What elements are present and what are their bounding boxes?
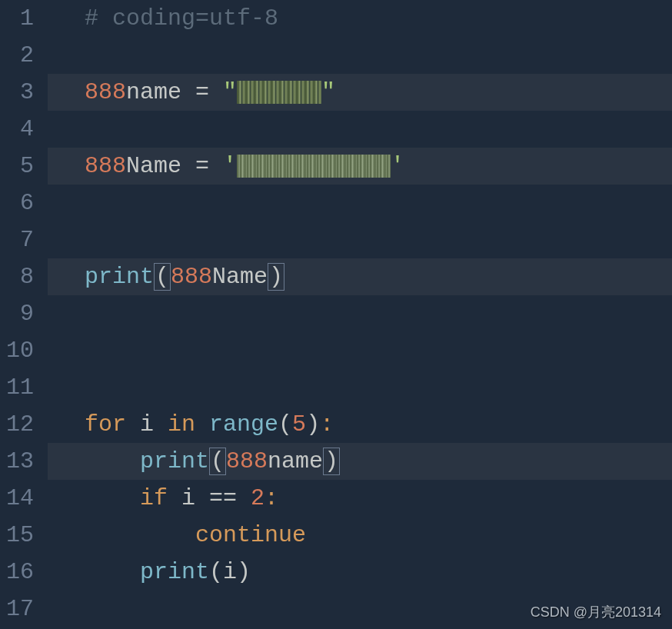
line-number: 12 (6, 406, 34, 443)
string-quote: " (321, 79, 335, 105)
line-number: 5 (6, 148, 34, 185)
builtin-function: print (140, 559, 209, 585)
paren: ( (278, 411, 292, 438)
keyword: if (140, 485, 168, 511)
code-editor[interactable]: 1 2 3 4 5 6 7 8 9 10 11 12 13 14 15 16 1… (0, 0, 672, 629)
code-line[interactable]: print(i) (48, 554, 672, 591)
code-line[interactable]: print(888name) (48, 443, 672, 480)
code-line[interactable] (48, 295, 672, 332)
line-number: 1 (6, 0, 34, 37)
indent (85, 485, 140, 511)
code-line[interactable] (48, 332, 672, 369)
paren: ( (209, 559, 223, 585)
code-line[interactable]: # coding=utf-8 (48, 0, 672, 37)
builtin-function: range (195, 411, 278, 438)
number-literal: 888 (85, 153, 126, 179)
operator: = (181, 79, 223, 105)
indent (85, 448, 140, 474)
identifier: i (223, 559, 237, 585)
identifier: Name (212, 264, 268, 290)
line-number: 6 (6, 185, 34, 221)
identifier: name (126, 79, 181, 105)
censored-text-icon (237, 155, 391, 178)
indent (85, 522, 195, 548)
string-quote: ' (223, 153, 237, 179)
code-line[interactable]: continue (48, 517, 672, 554)
colon: : (264, 485, 278, 511)
string-quote: " (223, 79, 237, 105)
code-line[interactable]: for i in range(5): (48, 406, 672, 443)
indent (85, 559, 140, 585)
number-literal: 888 (226, 448, 268, 474)
keyword: for (85, 411, 126, 438)
identifier: Name (126, 153, 181, 179)
identifier: name (268, 448, 323, 474)
builtin-function: print (140, 448, 209, 474)
watermark: CSDN @月亮201314 (531, 603, 661, 621)
matched-bracket: ( (209, 448, 226, 475)
code-line[interactable]: print(888Name) (48, 258, 672, 295)
line-number: 10 (6, 332, 34, 369)
number-literal: 5 (292, 411, 306, 438)
keyword: continue (195, 522, 306, 548)
number-literal: 888 (85, 79, 126, 105)
number-literal: 2 (251, 485, 264, 511)
code-line[interactable] (48, 221, 672, 258)
code-area[interactable]: # coding=utf-8 888name = "" 888Name = ''… (48, 0, 672, 629)
matched-bracket: ) (268, 263, 284, 291)
identifier: i (126, 411, 168, 438)
line-number: 13 (6, 443, 34, 480)
code-line[interactable]: 888Name = '' (48, 148, 672, 185)
number-literal: 888 (171, 264, 212, 290)
keyword: in (168, 411, 195, 438)
code-line[interactable]: if i == 2: (48, 480, 672, 517)
line-number: 9 (6, 295, 34, 332)
line-number: 2 (6, 37, 34, 74)
paren: ) (237, 559, 251, 585)
colon: : (320, 411, 334, 438)
code-line[interactable] (48, 369, 672, 406)
code-line[interactable]: 888name = "" (48, 74, 672, 111)
line-number: 7 (6, 221, 34, 258)
matched-bracket: ) (323, 448, 340, 475)
code-line[interactable] (48, 37, 672, 74)
operator: = (181, 153, 223, 179)
expression: i == (168, 485, 251, 511)
line-number: 17 (6, 591, 34, 627)
code-line[interactable] (48, 185, 672, 221)
line-number: 16 (6, 554, 34, 591)
line-number: 14 (6, 480, 34, 517)
line-number: 8 (6, 258, 34, 295)
censored-text-icon (237, 81, 321, 104)
line-number: 4 (6, 111, 34, 148)
comment: # coding=utf-8 (85, 5, 278, 32)
line-number: 3 (6, 74, 34, 111)
matched-bracket: ( (154, 263, 171, 291)
line-number: 15 (6, 517, 34, 554)
builtin-function: print (85, 264, 154, 290)
string-quote: ' (391, 153, 404, 179)
paren: ) (306, 411, 320, 438)
line-number: 11 (6, 369, 34, 406)
code-line[interactable] (48, 111, 672, 148)
gutter: 1 2 3 4 5 6 7 8 9 10 11 12 13 14 15 16 1… (0, 0, 48, 629)
